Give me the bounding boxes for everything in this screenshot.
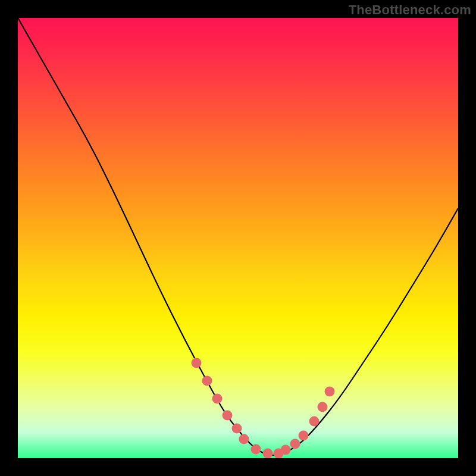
highlight-dot: [192, 358, 202, 368]
highlight-dot: [263, 449, 273, 459]
highlight-dot: [299, 431, 309, 441]
highlight-dot: [281, 445, 291, 455]
chart-container: TheBottleneck.com: [0, 0, 476, 476]
highlight-dot: [223, 411, 233, 421]
highlight-dot: [212, 394, 223, 404]
highlight-dot: [290, 439, 300, 449]
highlight-dots-group: [192, 358, 335, 459]
plot-area: [18, 18, 458, 458]
highlight-dot: [202, 376, 212, 386]
highlight-dot: [251, 444, 261, 455]
highlight-dot: [309, 416, 320, 427]
watermark-text: TheBottleneck.com: [349, 2, 471, 18]
bottleneck-curve: [18, 18, 458, 455]
highlight-dot: [239, 434, 249, 444]
curve-svg: [18, 18, 458, 458]
highlight-dot: [318, 402, 328, 412]
highlight-dot: [325, 387, 335, 397]
highlight-dot: [232, 424, 242, 434]
